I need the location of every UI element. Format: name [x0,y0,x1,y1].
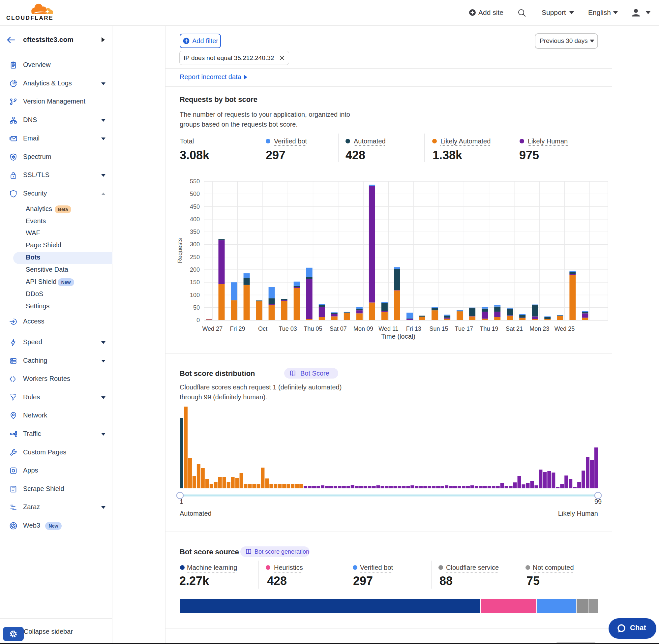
svg-text:Likely Human: Likely Human [558,510,598,517]
svg-text:Automated: Automated [180,510,212,517]
svg-text:99: 99 [594,498,602,505]
svg-text:1: 1 [180,498,183,505]
